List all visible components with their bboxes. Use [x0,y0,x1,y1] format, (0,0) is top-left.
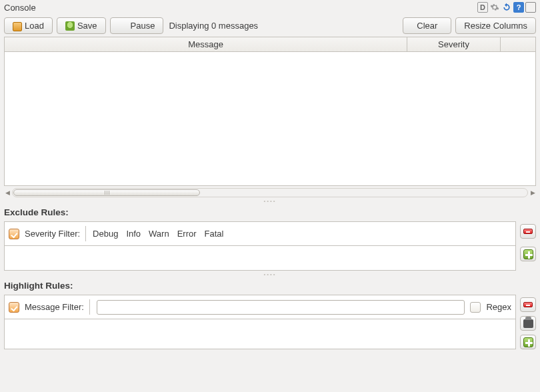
pause-button[interactable]: Pause [110,17,164,34]
severity-error[interactable]: Error [177,229,197,239]
highlight-rule-row: Message Filter: Regex [5,295,515,319]
table-header: Message Severity [5,37,535,52]
message-filter-label: Message Filter: [25,302,84,312]
scroll-right-arrow[interactable]: ▶ [529,188,536,197]
folder-icon [13,22,22,31]
highlight-rule-checkbox[interactable] [9,302,19,313]
title-icons: D ? [477,2,536,13]
highlight-rules-box: Message Filter: Regex [4,295,516,349]
exclude-remove-button[interactable] [520,224,536,239]
save-label: Save [77,21,97,31]
help-icon[interactable]: ? [513,2,524,13]
severity-filter-label: Severity Filter: [25,229,80,239]
splitter-grip-2[interactable]: •••• [0,271,540,278]
severity-list: Debug Info Warn Error Fatal [85,226,511,241]
column-extra[interactable] [501,37,535,51]
exclude-rules-box: Severity Filter: Debug Info Warn Error F… [4,221,516,271]
severity-info[interactable]: Info [126,229,141,239]
window-title: Console [4,3,36,13]
highlight-remove-button[interactable] [520,297,536,312]
scroll-left-arrow[interactable]: ◀ [4,188,11,197]
save-icon [65,21,75,31]
d-icon[interactable]: D [477,2,488,13]
scroll-track[interactable] [12,188,528,197]
pause-icon [119,21,128,31]
save-button[interactable]: Save [57,17,106,34]
table-horizontal-scrollbar[interactable]: ◀ ▶ [4,188,536,197]
plus-icon [523,249,533,259]
plus-icon [523,337,533,347]
clear-label: Clear [417,21,437,31]
messages-table: Message Severity [4,37,536,186]
highlight-add-button[interactable] [520,335,536,349]
toolbox-icon [523,319,533,328]
minus-icon [523,229,533,234]
exclude-rule-checkbox[interactable] [9,229,19,239]
circle-icon[interactable] [525,2,536,13]
table-body [5,52,535,185]
status-text: Displaying 0 messages [167,21,258,31]
severity-debug[interactable]: Debug [93,229,118,239]
exclude-rule-row: Severity Filter: Debug Info Warn Error F… [5,222,515,246]
reload-icon[interactable] [501,2,512,13]
gear-icon[interactable] [489,2,500,13]
message-filter-input[interactable] [97,300,465,315]
minus-icon [523,302,533,307]
column-severity[interactable]: Severity [407,37,501,51]
scroll-thumb[interactable] [13,189,200,196]
highlight-rules-label: Highlight Rules: [0,278,540,295]
splitter-grip[interactable]: •••• [0,197,540,205]
resize-columns-button[interactable]: Resize Columns [455,17,536,34]
exclude-add-button[interactable] [520,247,536,261]
column-message[interactable]: Message [5,37,407,51]
severity-warn[interactable]: Warn [149,229,169,239]
pause-label: Pause [131,21,155,31]
resize-label: Resize Columns [464,21,527,31]
exclude-rules-label: Exclude Rules: [0,205,540,221]
clear-button[interactable]: Clear [403,17,451,34]
severity-fatal[interactable]: Fatal [205,229,224,239]
regex-label: Regex [486,302,511,312]
load-label: Load [25,21,44,31]
regex-checkbox[interactable] [470,302,481,313]
highlight-tool-button[interactable] [520,316,536,331]
load-button[interactable]: Load [4,17,53,34]
